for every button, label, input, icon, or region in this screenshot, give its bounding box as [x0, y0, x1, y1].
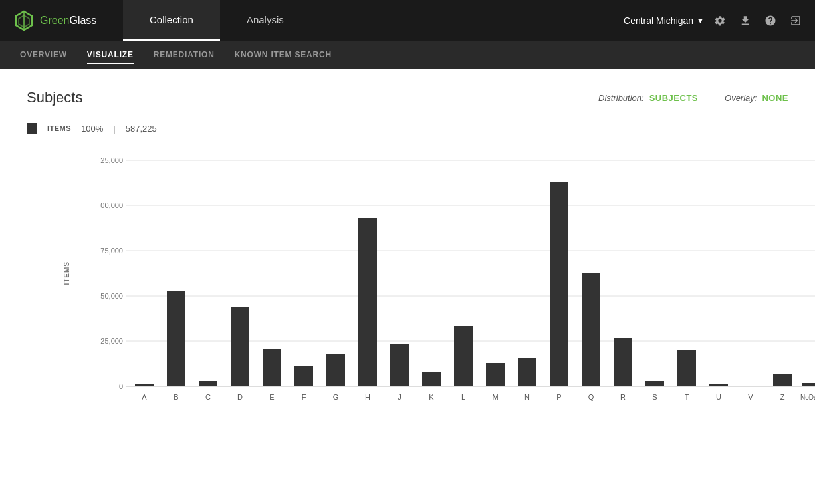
svg-rect-15 [135, 384, 154, 386]
svg-rect-25 [294, 366, 313, 386]
svg-rect-35 [454, 326, 473, 386]
page-title: Subjects [27, 89, 598, 106]
svg-text:25,000: 25,000 [100, 337, 123, 345]
svg-text:H: H [365, 393, 370, 401]
svg-rect-47 [645, 381, 664, 386]
svg-text:A: A [142, 393, 147, 401]
download-button[interactable] [736, 11, 755, 30]
help-icon [764, 15, 776, 27]
main-content: Subjects Distribution: SUBJECTS Overlay:… [0, 69, 815, 504]
svg-text:C: C [205, 393, 211, 401]
top-navigation: GreenGlass Collection Analysis Central M… [0, 0, 815, 41]
svg-text:U: U [716, 393, 721, 401]
overlay-label: Overlay: [725, 93, 757, 103]
svg-text:V: V [748, 393, 753, 401]
svg-text:T: T [685, 393, 689, 401]
institution-selector[interactable]: Central Michigan ▼ [624, 15, 704, 26]
svg-rect-55 [773, 374, 792, 386]
svg-rect-21 [231, 307, 249, 386]
main-nav-tabs: Collection Analysis [123, 0, 310, 41]
svg-text:NoData: NoData [800, 394, 815, 401]
svg-text:J: J [398, 393, 402, 401]
logo-icon [13, 10, 35, 31]
svg-text:G: G [333, 393, 339, 401]
svg-rect-19 [199, 381, 217, 386]
sub-nav-visualize[interactable]: VISUALIZE [87, 47, 134, 64]
sub-nav-known-item-search[interactable]: KNOWN ITEM SEARCH [235, 47, 332, 64]
legend-count: 587,225 [126, 124, 157, 134]
svg-text:Z: Z [780, 393, 785, 401]
signout-button[interactable] [786, 11, 805, 30]
svg-text:F: F [302, 393, 306, 401]
legend-label: ITEMS [47, 124, 71, 132]
svg-rect-41 [550, 182, 568, 386]
chart-container: ITEMS 0 25,000 50,000 [60, 147, 788, 413]
right-controls: Central Michigan ▼ [614, 0, 815, 41]
svg-text:0: 0 [119, 382, 123, 390]
legend-percentage: 100% [81, 124, 103, 134]
sub-navigation: OVERVIEW VISUALIZE REMEDIATION KNOWN ITE… [0, 41, 815, 69]
legend-separator: | [113, 124, 115, 134]
sub-nav-remediation[interactable]: REMEDIATION [154, 47, 215, 64]
gear-icon [714, 15, 726, 27]
svg-text:75,000: 75,000 [100, 247, 123, 255]
svg-rect-29 [358, 218, 377, 386]
svg-text:L: L [461, 393, 465, 401]
svg-text:N: N [524, 393, 530, 401]
svg-text:E: E [269, 393, 274, 401]
bar-chart: 0 25,000 50,000 75,000 100,000 125,000 [100, 147, 815, 413]
svg-text:Q: Q [588, 393, 594, 401]
legend-color-box [27, 123, 37, 134]
svg-text:K: K [429, 393, 434, 401]
svg-rect-27 [326, 354, 345, 386]
svg-rect-57 [802, 383, 815, 386]
distribution-label: Distribution: [598, 93, 644, 103]
svg-text:R: R [620, 393, 626, 401]
svg-rect-33 [422, 372, 441, 386]
chevron-down-icon: ▼ [697, 17, 704, 25]
svg-rect-49 [677, 350, 696, 386]
svg-rect-39 [518, 358, 536, 386]
svg-rect-17 [167, 291, 185, 386]
overlay-value[interactable]: NONE [762, 93, 788, 103]
help-button[interactable] [761, 11, 780, 30]
svg-text:S: S [652, 393, 657, 401]
svg-text:50,000: 50,000 [100, 292, 123, 300]
svg-text:D: D [237, 393, 243, 401]
distribution-value[interactable]: SUBJECTS [649, 93, 698, 103]
svg-rect-37 [486, 363, 505, 386]
settings-button[interactable] [711, 11, 729, 30]
svg-text:125,000: 125,000 [100, 156, 123, 164]
y-axis-label: ITEMS [63, 261, 70, 285]
page-header: Subjects Distribution: SUBJECTS Overlay:… [27, 89, 788, 106]
chart-legend: ITEMS 100% | 587,225 [27, 123, 788, 134]
svg-text:P: P [556, 393, 561, 401]
svg-rect-23 [263, 349, 281, 386]
svg-text:M: M [492, 393, 498, 401]
nav-tab-collection[interactable]: Collection [123, 0, 220, 41]
signout-icon [790, 15, 802, 27]
svg-text:B: B [174, 393, 178, 401]
svg-rect-45 [614, 338, 632, 386]
sub-nav-overview[interactable]: OVERVIEW [20, 47, 67, 64]
svg-rect-31 [390, 344, 409, 386]
svg-text:100,000: 100,000 [100, 201, 123, 209]
svg-rect-43 [582, 273, 600, 386]
download-icon [739, 15, 751, 27]
logo-text: GreenGlass [40, 15, 96, 27]
logo-area: GreenGlass [0, 0, 123, 41]
nav-tab-analysis[interactable]: Analysis [220, 0, 310, 41]
